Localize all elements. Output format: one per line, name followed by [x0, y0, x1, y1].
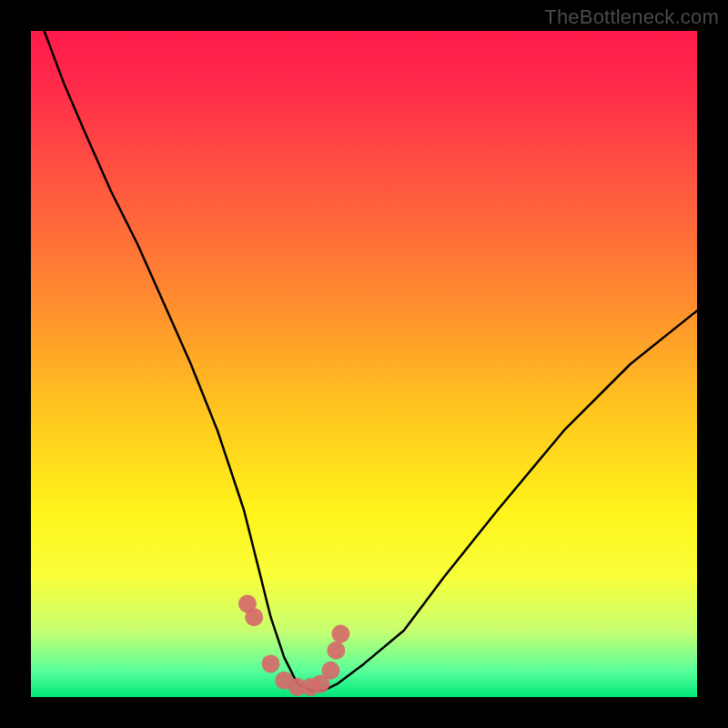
- svg-point-1: [245, 608, 263, 626]
- chart-svg: [31, 31, 697, 697]
- svg-point-2: [262, 654, 280, 672]
- chart-plot-area: [31, 31, 697, 697]
- svg-point-7: [321, 662, 339, 680]
- svg-point-9: [331, 625, 349, 643]
- svg-point-8: [327, 642, 345, 660]
- bottleneck-curve: [45, 31, 697, 691]
- chart-frame: TheBottleneck.com: [0, 0, 728, 728]
- valley-markers: [238, 595, 350, 697]
- watermark-text: TheBottleneck.com: [544, 5, 719, 29]
